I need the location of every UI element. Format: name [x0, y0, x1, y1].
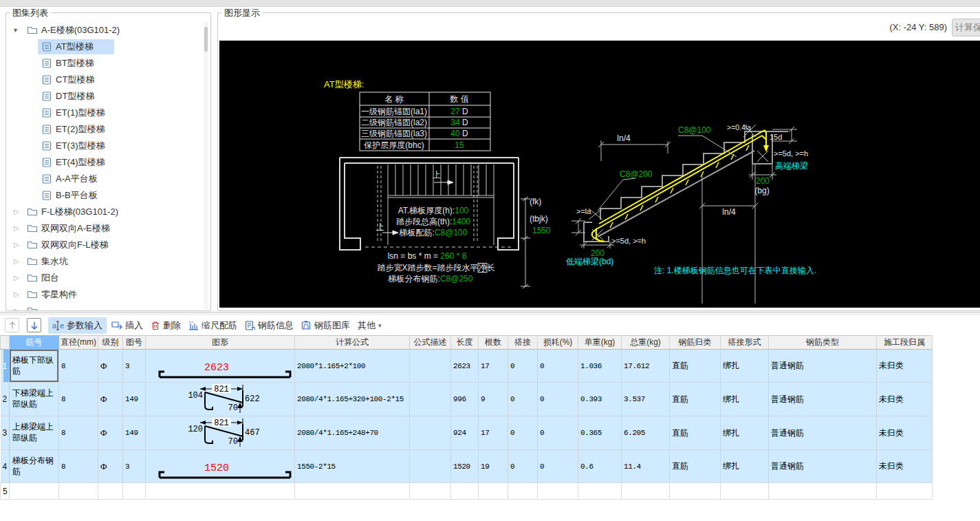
col-header-4[interactable]: 图形	[146, 336, 295, 350]
cell-lap[interactable]: 0	[508, 416, 538, 450]
cell-empty[interactable]	[295, 483, 410, 500]
cell-empty[interactable]	[578, 483, 622, 500]
cad-canvas[interactable]: AT型楼梯: 名 称 数 值 一级钢筋锚固(la1) 二级钢筋锚固(la2) 三…	[219, 41, 980, 308]
cell-empty[interactable]	[98, 483, 123, 500]
toolbar-rebar-library[interactable]: 钢筋图库	[298, 317, 353, 334]
col-header-1[interactable]: 直径(mm)	[59, 336, 98, 350]
collapsed-arrow-icon[interactable]: ▷	[14, 220, 23, 237]
col-header-13[interactable]: 钢筋归类	[670, 336, 721, 350]
tree-item[interactable]: ET(4)型楼梯	[7, 154, 199, 171]
cell-empty[interactable]	[721, 483, 769, 500]
cell-empty[interactable]	[670, 483, 721, 500]
cell-section[interactable]: 未归类	[877, 416, 933, 450]
cell-section[interactable]: 未归类	[877, 350, 933, 383]
cell-fig[interactable]: 3	[123, 350, 146, 383]
cell-count[interactable]: 17	[479, 416, 508, 450]
cell-shape[interactable]: 1520	[146, 450, 295, 483]
tree-item[interactable]: A-A平台板	[7, 171, 199, 187]
collapsed-arrow-icon[interactable]: ▷	[14, 237, 23, 253]
cell-total_w[interactable]: 17.612	[622, 350, 670, 383]
cell-desc[interactable]	[410, 350, 451, 383]
cell-lap_type[interactable]: 绑扎	[721, 383, 769, 416]
tree-item[interactable]: ▷阳台	[7, 270, 199, 286]
cell-section[interactable]: 未归类	[877, 383, 933, 416]
col-header-15[interactable]: 钢筋类型	[769, 336, 877, 350]
tree-item[interactable]: ▾A-E楼梯(03G101-2)	[7, 22, 199, 39]
cell-empty[interactable]	[123, 483, 146, 500]
cell-steel_type[interactable]: 普通钢筋	[769, 350, 877, 383]
cell-cat[interactable]: 直筋	[670, 416, 721, 450]
cell-cat[interactable]: 直筋	[670, 450, 721, 483]
tree-item[interactable]: ▷双网双向A-E楼梯	[7, 220, 199, 237]
collapsed-arrow-icon[interactable]: ▷	[14, 270, 23, 286]
col-header-3[interactable]: 图号	[123, 336, 146, 350]
cell-fig[interactable]: 149	[123, 416, 146, 450]
cell-grade[interactable]: Φ	[98, 416, 123, 450]
toolbar-param-input[interactable]: ae 参数输入	[48, 317, 107, 334]
cell-len[interactable]: 924	[451, 416, 479, 450]
cell-empty[interactable]	[479, 483, 508, 500]
tree-item[interactable]: CT型楼梯	[7, 72, 199, 88]
cell-empty[interactable]	[146, 483, 295, 500]
row-header[interactable]: 4	[1, 450, 10, 483]
col-header-0[interactable]: 筋号	[10, 336, 59, 350]
cell-total_w[interactable]: 6.205	[622, 416, 670, 450]
collapsed-arrow-icon[interactable]: ▷	[14, 303, 23, 310]
tree-item[interactable]: BT型楼梯	[7, 55, 199, 72]
tree-scrollbar[interactable]	[204, 21, 208, 309]
cell-unit_w[interactable]: 0.6	[578, 450, 622, 483]
cell-lap[interactable]: 0	[508, 450, 538, 483]
cell-loss[interactable]: 0	[538, 350, 578, 383]
move-down-button[interactable]	[27, 318, 41, 332]
cell-desc[interactable]	[410, 383, 451, 416]
cell-total_w[interactable]: 3.537	[622, 383, 670, 416]
col-header-11[interactable]: 单重(kg)	[578, 336, 622, 350]
cell-unit_w[interactable]: 0.365	[578, 416, 622, 450]
cell-formula[interactable]: 2080/4*1.165+248+70	[295, 416, 410, 450]
cell-len[interactable]: 2623	[451, 350, 479, 383]
cell-desc[interactable]	[410, 416, 451, 450]
cell-lap_type[interactable]: 绑扎	[721, 450, 769, 483]
col-header-2[interactable]: 级别	[98, 336, 123, 350]
cell-formula[interactable]: 2080*1.165+2*100	[295, 350, 410, 383]
cell-dia[interactable]: 8	[59, 416, 98, 450]
expanded-arrow-icon[interactable]: ▾	[14, 22, 23, 39]
cell-empty[interactable]	[451, 483, 479, 500]
cell-cat[interactable]: 直筋	[670, 383, 721, 416]
col-header-7[interactable]: 长度	[451, 336, 479, 350]
cell-name[interactable]: 梯板分布钢筋	[10, 450, 59, 483]
calc-save-button[interactable]: 计算保存	[952, 19, 980, 36]
cell-shape[interactable]: 82112046770	[146, 416, 295, 450]
cell-empty[interactable]	[877, 483, 933, 500]
tree-item[interactable]: AT型楼梯	[7, 39, 199, 55]
cell-name[interactable]: 梯板下部纵筋	[10, 350, 59, 383]
col-header-9[interactable]: 搭接	[508, 336, 538, 350]
cell-empty[interactable]	[508, 483, 538, 500]
cell-name[interactable]: 下梯梁端上部纵筋	[10, 383, 59, 416]
cell-count[interactable]: 17	[479, 350, 508, 383]
row-header[interactable]: 1	[1, 350, 10, 383]
cell-desc[interactable]	[410, 450, 451, 483]
col-header-6[interactable]: 公式描述	[410, 336, 451, 350]
cell-unit_w[interactable]: 0.393	[578, 383, 622, 416]
tree-item[interactable]: ET(2)型楼梯	[7, 121, 199, 138]
move-up-button[interactable]	[5, 318, 19, 332]
cell-empty[interactable]	[538, 483, 578, 500]
cell-grade[interactable]: Φ	[98, 383, 123, 416]
cell-grade[interactable]: Φ	[98, 450, 123, 483]
cell-name[interactable]: 上梯梁端上部纵筋	[10, 416, 59, 450]
toolbar-scale-rebar[interactable]: 缩尺配筋	[186, 317, 240, 334]
cell-loss[interactable]: 0	[538, 383, 578, 416]
cell-fig[interactable]: 149	[123, 383, 146, 416]
toolbar-more[interactable]: 其他 ▾	[355, 317, 384, 334]
col-header-8[interactable]: 根数	[479, 336, 508, 350]
cell-count[interactable]: 19	[479, 450, 508, 483]
tree-item[interactable]: ▷	[7, 303, 199, 310]
toolbar-rebar-info[interactable]: 钢筋信息	[242, 317, 296, 334]
cell-shape[interactable]: 2623	[146, 350, 295, 383]
cell-unit_w[interactable]: 1.036	[578, 350, 622, 383]
row-header[interactable]: 3	[1, 416, 10, 450]
cell-formula[interactable]: 1550-2*15	[295, 450, 410, 483]
cell-empty[interactable]	[59, 483, 98, 500]
tree-item[interactable]: ET(1)型楼梯	[7, 105, 199, 121]
